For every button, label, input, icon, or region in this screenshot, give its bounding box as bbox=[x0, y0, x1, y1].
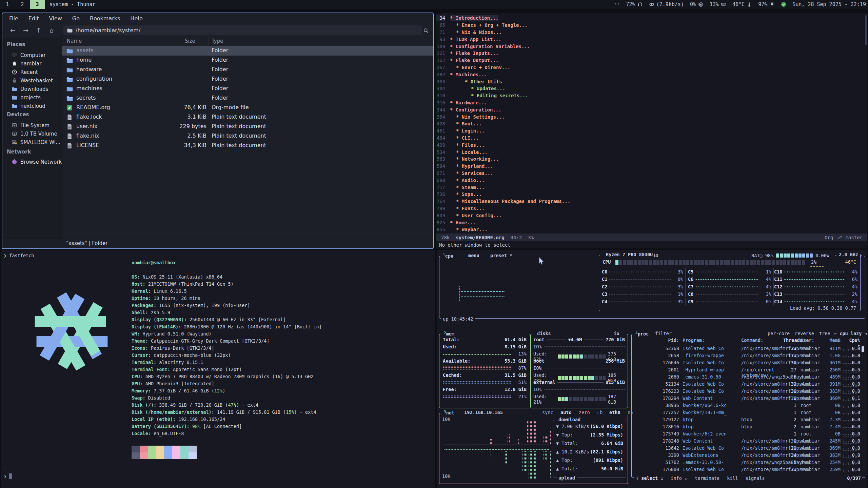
file-row-readme-org[interactable]: README.org76,4 KiBOrg-mode file bbox=[62, 103, 433, 113]
workspace-3[interactable]: 3 bbox=[30, 0, 45, 9]
sidebar-item-recent[interactable]: Recent bbox=[2, 68, 62, 76]
process-row-176646[interactable]: 176646Isolated Web Co/nix/store/sm8fmrf3… bbox=[632, 360, 865, 367]
filter-button[interactable]: filter bbox=[653, 331, 673, 336]
column-type[interactable]: Type bbox=[212, 38, 223, 44]
process-row-52368[interactable]: 52368Isolated Web Co/nix/store/sm8fmrf3w… bbox=[632, 346, 865, 353]
net-box-title[interactable]: 3net bbox=[442, 410, 456, 415]
up-button[interactable]: ↑ bbox=[32, 25, 45, 35]
sort-column[interactable]: ← cpu lazy → bbox=[832, 331, 868, 336]
sidebar-item-computer[interactable]: Computer bbox=[2, 51, 62, 59]
file-row-configuration[interactable]: configurationFolder bbox=[62, 75, 433, 84]
emacs-scrollbar[interactable] bbox=[865, 15, 867, 45]
palette-color-1-6 bbox=[180, 452, 189, 459]
menu-edit[interactable]: Edit bbox=[28, 15, 39, 22]
reverse-toggle[interactable]: reverse bbox=[793, 331, 816, 336]
process-row-175749[interactable]: 175749kworker/6:2-even1root0B0.0 bbox=[632, 431, 865, 438]
workspace-2[interactable]: 2 bbox=[15, 0, 30, 9]
process-row-52134[interactable]: 52134Isolated Web Co/nix/store/sm8fmrf3w… bbox=[632, 381, 865, 388]
net-control-b[interactable]: ←b bbox=[595, 410, 604, 415]
tree-toggle[interactable]: tree bbox=[817, 331, 832, 336]
sidebar-item-wastebasket[interactable]: Wastebasket bbox=[2, 76, 62, 85]
header-pid[interactable]: Pid: bbox=[637, 338, 679, 343]
module-cpu[interactable]: 0% bbox=[690, 1, 704, 7]
net-download-baseline bbox=[444, 444, 549, 446]
menu-go[interactable]: Go bbox=[72, 15, 80, 22]
process-row-2658[interactable]: 2658.firefox-wrappe/nix/store/sm8fmrf3wp… bbox=[632, 353, 865, 360]
file-row-user-nix[interactable]: user.nix229 bytesPlain text document bbox=[62, 122, 433, 131]
cpu-box-title[interactable]: 1cpu bbox=[441, 253, 455, 259]
select-control[interactable]: ↑ select ↓ bbox=[636, 475, 663, 481]
file-row-home[interactable]: homeFolder bbox=[62, 56, 433, 65]
module-idle[interactable]: ᶻᶻ bbox=[614, 1, 620, 7]
column-name[interactable]: Name bbox=[67, 38, 82, 44]
net-control-sync[interactable]: sync bbox=[540, 410, 555, 415]
menu-bookmarks[interactable]: Bookmarks bbox=[90, 15, 120, 22]
process-row-178294[interactable]: 178294Web Content/nix/store/sm8fmrf3wps4… bbox=[632, 395, 865, 403]
module-volume[interactable]: 72% bbox=[626, 1, 643, 7]
file-type: Folder bbox=[212, 85, 228, 92]
net-control-auto[interactable]: auto bbox=[559, 410, 573, 415]
module-network[interactable]: (2.9kb/s) bbox=[649, 1, 684, 7]
io-toggle[interactable]: io bbox=[612, 331, 621, 336]
module-battery[interactable]: 97% bbox=[758, 1, 775, 7]
file-row-flake-nix[interactable]: flake.nix2,5 KiBPlain text document bbox=[62, 131, 433, 141]
proc-box-title[interactable]: 4proc bbox=[634, 331, 650, 337]
header-mem[interactable]: MemB bbox=[820, 338, 841, 343]
net-control-zero[interactable]: zero bbox=[577, 410, 592, 415]
workspace-1[interactable]: 1 bbox=[0, 0, 15, 9]
sidebar-item-file-system[interactable]: File System bbox=[2, 121, 62, 129]
process-row-38936[interactable]: 38936kworker/u64:6-kc1root0B0.0 bbox=[632, 403, 865, 410]
menu-view[interactable]: View bbox=[49, 15, 62, 22]
module-temperature[interactable]: 46°C bbox=[732, 1, 752, 7]
per-core-toggle[interactable]: per-core bbox=[766, 331, 791, 336]
process-row-177257[interactable]: 177257kworker/10:1-mm_1root0B0.0 bbox=[632, 410, 865, 417]
back-button[interactable]: ← bbox=[6, 25, 19, 35]
path-bar[interactable]: /home/nambiar/system/ bbox=[63, 25, 422, 35]
info-control[interactable]: info ↵ bbox=[671, 475, 687, 481]
process-row-3390[interactable]: 3390WebExtensions/nix/store/sm8fmrf3wps4… bbox=[632, 452, 865, 460]
process-row-176000[interactable]: 176000Isolated Web Co/nix/store/sm8fmrf3… bbox=[632, 467, 865, 474]
column-size[interactable]: Size bbox=[185, 38, 195, 44]
terminate-control[interactable]: terminate bbox=[695, 475, 719, 481]
kill-control[interactable]: kill bbox=[727, 475, 738, 481]
net-control-eth0[interactable]: eth0 bbox=[608, 410, 622, 415]
file-row-machines[interactable]: machinesFolder bbox=[62, 84, 433, 94]
sidebar-item-downloads[interactable]: Downloads bbox=[2, 85, 62, 93]
process-row-2601[interactable]: 2601.Hyprland-wrapp/run/current-system/s… bbox=[632, 367, 865, 374]
header-program[interactable]: Program: bbox=[683, 338, 739, 343]
sidebar-item-nextcloud[interactable]: nextcloud bbox=[2, 102, 62, 110]
process-row-51762[interactable]: 51762.emacs-31.0.50-/nix/store/wnqz5pa8r… bbox=[632, 460, 865, 467]
sidebar-item-projects[interactable]: projects bbox=[2, 93, 62, 102]
file-row-flake-lock[interactable]: flake.lock3,1 KiBPlain text document bbox=[62, 113, 433, 122]
signals-control[interactable]: signals bbox=[746, 475, 765, 481]
process-row-178248[interactable]: 178248Web Content/nix/store/sm8fmrf3wps4… bbox=[632, 438, 865, 445]
menu-button[interactable]: menu bbox=[467, 253, 481, 258]
file-row-license[interactable]: LICENSE34,3 KiBPlain text document bbox=[62, 141, 433, 150]
mem-box-title[interactable]: 2mem bbox=[442, 331, 456, 337]
process-row-2660[interactable]: 2660.emacs-31.0.50-/nix/store/wnqz5pa8ra… bbox=[632, 374, 865, 381]
module-memory[interactable]: 13% bbox=[710, 1, 726, 7]
sidebar-item-1-0-tb-volume[interactable]: 1,0 TB Volume bbox=[2, 129, 62, 138]
sidebar-item-nambiar[interactable]: nambiar bbox=[2, 59, 62, 68]
process-row-178616[interactable]: 178616btopbtop2nambiar7.4M0.0 bbox=[632, 424, 865, 431]
preset-button[interactable]: preset * bbox=[489, 253, 514, 258]
file-row-assets[interactable]: assetsFolder bbox=[62, 46, 433, 56]
module-status-ok[interactable] bbox=[781, 2, 786, 7]
proc-scrollbar-thumb[interactable] bbox=[862, 346, 864, 352]
menu-help[interactable]: Help bbox=[130, 15, 142, 22]
file-size: 2,5 KiB bbox=[152, 133, 206, 139]
disks-box-title[interactable]: disks bbox=[535, 331, 553, 336]
org-heading-text: * Hardware... bbox=[450, 100, 487, 105]
forward-button[interactable]: → bbox=[19, 25, 32, 35]
process-row-13642[interactable]: 13642Isolated Web Co/nix/store/sm8fmrf3w… bbox=[632, 445, 865, 452]
file-row-hardware[interactable]: hardwareFolder bbox=[62, 65, 433, 75]
file-row-secrets[interactable]: secretsFolder bbox=[62, 94, 433, 103]
sidebar-item-smallbox-wi-[interactable]: SMALLBOX Wi... bbox=[2, 138, 62, 146]
search-button[interactable] bbox=[421, 26, 430, 35]
sidebar-item-browse-network[interactable]: Browse Network bbox=[2, 158, 62, 166]
home-button[interactable]: ⌂ bbox=[45, 25, 58, 35]
process-row-179127[interactable]: 179127btopbtop2nambiar7.3M0.0 bbox=[632, 417, 865, 424]
palette-color-0-2 bbox=[148, 446, 156, 452]
process-row-176223[interactable]: 176223Isolated Web Co/nix/store/sm8fmrf3… bbox=[632, 388, 865, 395]
menu-file[interactable]: File bbox=[9, 15, 18, 22]
